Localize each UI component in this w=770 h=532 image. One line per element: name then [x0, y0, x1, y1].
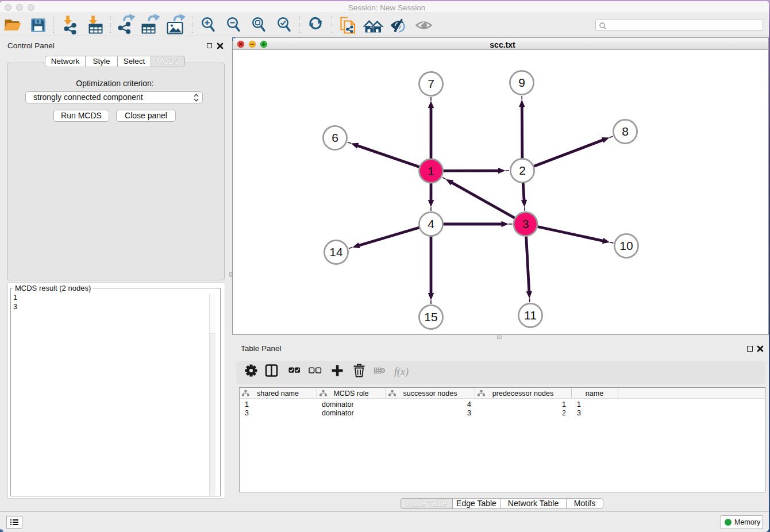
svg-text:1: 1 — [428, 164, 434, 178]
svg-text:7: 7 — [428, 77, 434, 90]
svg-text:9: 9 — [518, 76, 525, 89]
svg-text:15: 15 — [424, 310, 437, 323]
svg-text:3: 3 — [522, 217, 529, 230]
svg-text:14: 14 — [329, 245, 343, 259]
svg-text:6: 6 — [332, 131, 338, 144]
svg-text:11: 11 — [524, 309, 537, 322]
svg-text:2: 2 — [519, 164, 526, 177]
svg-text:4: 4 — [428, 217, 434, 230]
svg-text:10: 10 — [619, 239, 633, 252]
svg-text:8: 8 — [622, 125, 629, 138]
